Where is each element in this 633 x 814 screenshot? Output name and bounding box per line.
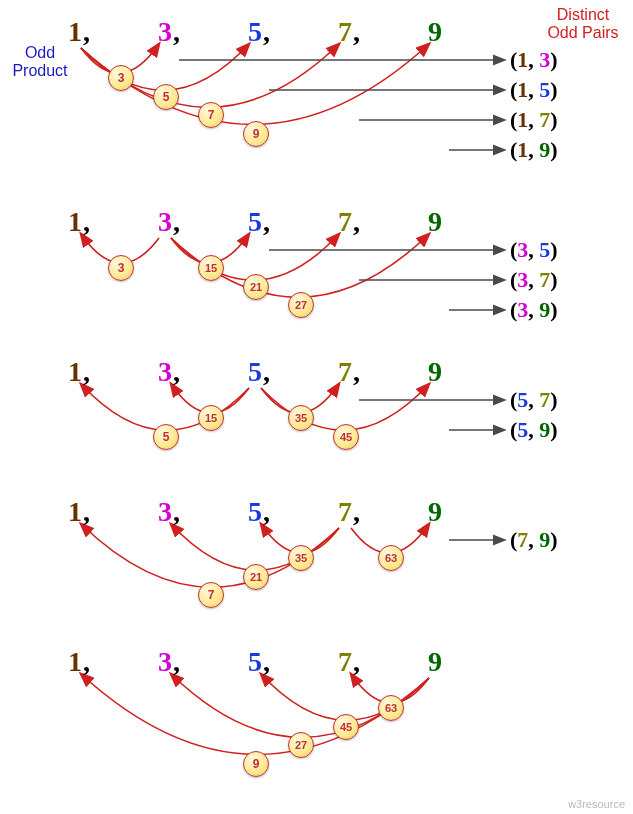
comma: ,	[173, 356, 180, 388]
product-badge: 7	[198, 102, 224, 128]
comma: ,	[263, 356, 270, 388]
distinct-pair: (7, 9)	[510, 527, 558, 553]
comma: ,	[263, 496, 270, 528]
distinct-pair: (1, 3)	[510, 47, 558, 73]
product-badge: 21	[243, 564, 269, 590]
comma: ,	[173, 16, 180, 48]
product-badge: 15	[198, 255, 224, 281]
comma: ,	[83, 206, 90, 238]
product-badge: 63	[378, 695, 404, 721]
comma: ,	[173, 646, 180, 678]
comma: ,	[173, 206, 180, 238]
product-badge: 35	[288, 545, 314, 571]
product-badge: 27	[288, 292, 314, 318]
distinct-pair: (5, 7)	[510, 387, 558, 413]
distinct-pair: (3, 9)	[510, 297, 558, 323]
product-badge: 63	[378, 545, 404, 571]
product-badge: 9	[243, 751, 269, 777]
product-badge: 45	[333, 714, 359, 740]
comma: ,	[173, 496, 180, 528]
distinct-pair: (1, 7)	[510, 107, 558, 133]
number-9: 9	[420, 498, 450, 526]
diagram-canvas: Odd Product Distinct Odd Pairs w3resourc…	[0, 0, 633, 814]
product-badge: 21	[243, 274, 269, 300]
comma: ,	[353, 206, 360, 238]
comma: ,	[263, 16, 270, 48]
product-badge: 3	[108, 255, 134, 281]
comma: ,	[83, 496, 90, 528]
comma: ,	[353, 356, 360, 388]
odd-product-label: Odd Product	[10, 44, 70, 79]
distinct-pairs-label: Distinct Odd Pairs	[543, 6, 623, 41]
comma: ,	[353, 496, 360, 528]
distinct-pair: (3, 5)	[510, 237, 558, 263]
distinct-pair: (1, 9)	[510, 137, 558, 163]
distinct-pair: (3, 7)	[510, 267, 558, 293]
number-9: 9	[420, 18, 450, 46]
product-badge: 27	[288, 732, 314, 758]
number-9: 9	[420, 358, 450, 386]
comma: ,	[353, 16, 360, 48]
comma: ,	[353, 646, 360, 678]
distinct-pair: (5, 9)	[510, 417, 558, 443]
product-badge: 7	[198, 582, 224, 608]
watermark: w3resource	[568, 798, 625, 810]
comma: ,	[83, 646, 90, 678]
product-badge: 35	[288, 405, 314, 431]
product-badge: 9	[243, 121, 269, 147]
product-badge: 5	[153, 424, 179, 450]
distinct-pair: (1, 5)	[510, 77, 558, 103]
product-badge: 45	[333, 424, 359, 450]
number-9: 9	[420, 648, 450, 676]
product-badge: 3	[108, 65, 134, 91]
product-badge: 5	[153, 84, 179, 110]
comma: ,	[263, 206, 270, 238]
comma: ,	[83, 356, 90, 388]
number-9: 9	[420, 208, 450, 236]
comma: ,	[263, 646, 270, 678]
comma: ,	[83, 16, 90, 48]
product-badge: 15	[198, 405, 224, 431]
